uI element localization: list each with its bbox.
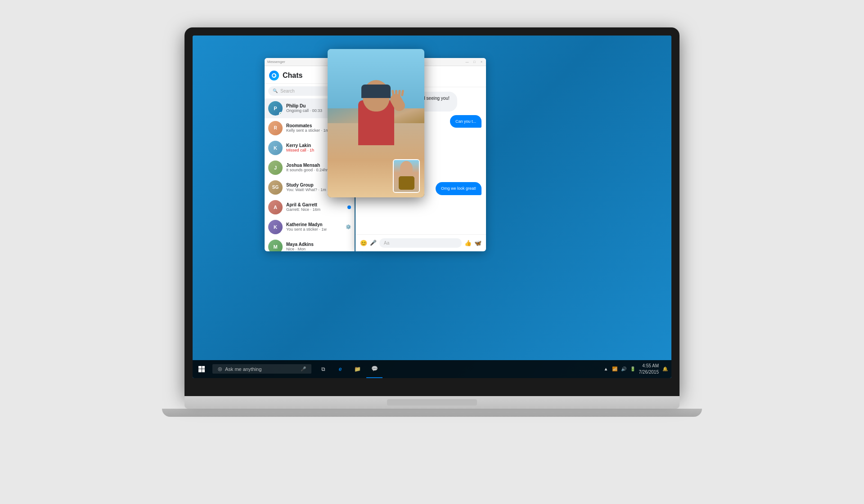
input-placeholder: Aa	[384, 241, 389, 245]
chat-name: Katherine Madyn	[286, 222, 342, 227]
win-desktop: Messenger Chats 🎥 ✏️	[193, 36, 671, 378]
avatar-maya: M	[268, 240, 283, 251]
task-view-icon: ⧉	[321, 366, 325, 372]
taskbar-volume-icon[interactable]: 🔊	[621, 366, 626, 371]
search-icon: 🔍	[273, 89, 278, 93]
chat-input-right-icons[interactable]: 👍 🦋	[464, 240, 482, 246]
edge-icon: e	[339, 366, 342, 372]
search-placeholder: Search	[280, 89, 295, 94]
video-main	[328, 49, 424, 197]
taskbar-right: ▲ 📶 🔊 🔋 4:55 AM 7/26/2015 🔔	[604, 363, 671, 375]
laptop-screen: Messenger Chats 🎥 ✏️	[193, 36, 671, 378]
cortana-icon: ◎	[218, 366, 222, 372]
butterfly-icon[interactable]: 🦋	[474, 240, 482, 246]
gear-icon: ⚙️	[346, 224, 351, 229]
close-icon[interactable]: ×	[480, 60, 483, 63]
taskbar-task-view[interactable]: ⧉	[315, 360, 331, 378]
screen-bezel: Messenger Chats 🎥 ✏️	[184, 27, 680, 396]
taskbar-edge[interactable]: e	[332, 360, 348, 378]
clock-time: 4:55 AM	[639, 363, 659, 369]
chat-input-left-icons[interactable]: 😊 🎤	[360, 240, 377, 246]
chat-item-katherine[interactable]: K Katherine Madyn You sent a sticker · 1…	[265, 217, 355, 237]
taskbar-explorer[interactable]: 📁	[349, 360, 365, 378]
taskbar-messenger[interactable]: 💬	[366, 360, 382, 378]
taskbar-clock[interactable]: 4:55 AM 7/26/2015	[639, 363, 659, 375]
action-center-icon[interactable]: 🔔	[662, 366, 668, 371]
laptop-trackpad	[387, 399, 477, 406]
video-pip	[393, 159, 420, 193]
chat-info: Katherine Madyn You sent a sticker · 1w	[286, 222, 342, 232]
avatar-april: A	[268, 200, 283, 214]
chat-info: Maya Adkins Nice · Mon	[286, 242, 351, 251]
chat-info: April & Garrett Garrett: Nice · 16m	[286, 202, 344, 212]
msg-sent-1: Can you t...	[450, 115, 482, 128]
chat-item-april[interactable]: A April & Garrett Garrett: Nice · 16m	[265, 197, 355, 217]
avatar-kerry: K	[268, 141, 283, 155]
chat-preview: Garrett: Nice · 16m	[286, 207, 344, 212]
chat-right: ⚙️	[346, 224, 351, 229]
cortana-search[interactable]: ◎ Ask me anything 🎤	[212, 364, 311, 374]
laptop-foot	[162, 409, 702, 417]
avatar-philip: P	[268, 101, 283, 116]
avatar-study: SG	[268, 180, 283, 195]
mic-icon[interactable]: 🎤	[370, 240, 377, 246]
chat-input-area: 😊 🎤 Aa 👍 🦋	[356, 234, 486, 251]
taskbar-wifi-icon[interactable]: 📶	[612, 366, 617, 371]
taskbar-battery-icon[interactable]: 🔋	[630, 366, 635, 371]
avatar-joshua: J	[268, 161, 283, 175]
chat-name: April & Garrett	[286, 202, 344, 207]
thumbsup-icon[interactable]: 👍	[464, 240, 472, 246]
maximize-icon[interactable]: □	[472, 60, 476, 63]
smiley-icon[interactable]: 😊	[360, 240, 367, 246]
start-button[interactable]	[193, 360, 211, 378]
messenger-logo	[269, 71, 279, 80]
windows-logo-icon	[198, 366, 205, 372]
messenger-taskbar-icon: 💬	[371, 366, 378, 372]
folder-icon: 📁	[354, 366, 361, 372]
chat-preview: You sent a sticker · 1w	[286, 227, 342, 232]
avatar-roommates: R	[268, 121, 283, 135]
laptop-outer: Messenger Chats 🎥 ✏️	[162, 27, 702, 477]
chat-preview: Nice · Mon	[286, 247, 351, 251]
chat-name: Maya Adkins	[286, 242, 351, 247]
minimize-icon[interactable]: —	[465, 60, 469, 63]
msg-sent-2: Omg we look great!	[436, 182, 482, 195]
unread-dot	[347, 205, 351, 209]
clock-date: 7/26/2015	[639, 369, 659, 375]
chat-item-maya[interactable]: M Maya Adkins Nice · Mon	[265, 237, 355, 251]
chat-right	[347, 205, 351, 209]
cortana-label: Ask me anything	[225, 366, 261, 372]
taskbar-icons: ⧉ e 📁 💬	[315, 360, 382, 378]
chats-title: Chats	[283, 71, 331, 80]
laptop-base	[184, 396, 680, 409]
video-overlay	[328, 49, 424, 197]
chat-input-box[interactable]: Aa	[379, 238, 462, 248]
app-title: Messenger	[267, 60, 285, 64]
avatar-katherine: K	[268, 220, 283, 234]
taskbar: ◎ Ask me anything 🎤 ⧉ e 📁	[193, 360, 671, 378]
taskbar-network-icon[interactable]: ▲	[604, 366, 608, 371]
mic-taskbar-icon[interactable]: 🎤	[301, 366, 306, 371]
